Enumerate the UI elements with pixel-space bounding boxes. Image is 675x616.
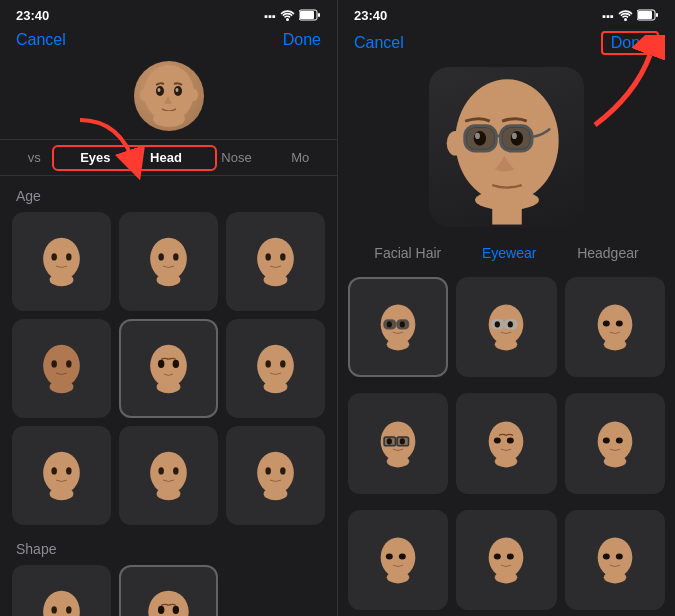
svg-point-27 xyxy=(66,360,72,367)
shape-cell-2[interactable] xyxy=(119,565,218,616)
done-button-1[interactable]: Done xyxy=(283,31,321,49)
wifi-icon-2 xyxy=(618,9,633,23)
avatar-image-1 xyxy=(134,61,204,131)
avatar-preview-1 xyxy=(0,57,337,139)
svg-point-20 xyxy=(157,273,181,286)
svg-point-9 xyxy=(140,89,148,101)
face-cell-1[interactable] xyxy=(12,212,111,311)
eyewear-cell-6[interactable] xyxy=(565,393,665,493)
face-cell-5[interactable] xyxy=(119,319,218,418)
face-cell-4[interactable] xyxy=(12,319,111,418)
svg-point-89 xyxy=(495,338,518,350)
svg-point-14 xyxy=(51,253,57,260)
face-cell-6[interactable] xyxy=(226,319,325,418)
svg-point-111 xyxy=(386,553,393,559)
tab-head[interactable]: Head xyxy=(142,146,190,169)
svg-point-57 xyxy=(624,18,627,21)
shape-grid xyxy=(12,565,325,616)
svg-point-18 xyxy=(158,253,164,260)
svg-point-23 xyxy=(280,253,286,260)
svg-point-93 xyxy=(604,338,627,350)
eyewear-cell-7[interactable] xyxy=(348,510,448,610)
time-2: 23:40 xyxy=(354,8,387,23)
svg-point-73 xyxy=(475,190,539,210)
tab-bar-1[interactable]: vs Eyes Head Nose Mo xyxy=(0,139,337,176)
svg-point-88 xyxy=(508,322,513,328)
face-cell-8[interactable] xyxy=(119,426,218,525)
tab-headgear[interactable]: Headgear xyxy=(573,243,643,263)
cancel-button-1[interactable]: Cancel xyxy=(16,31,66,49)
svg-point-31 xyxy=(173,360,179,368)
svg-point-48 xyxy=(264,487,288,500)
tab-nose[interactable]: Nose xyxy=(213,146,259,169)
svg-point-101 xyxy=(387,455,410,467)
face-cell-7[interactable] xyxy=(12,426,111,525)
face-cell-3[interactable] xyxy=(226,212,325,311)
done-button-2[interactable]: Done xyxy=(601,31,659,55)
svg-point-19 xyxy=(173,253,179,260)
section-age-label: Age xyxy=(16,188,325,204)
svg-point-63 xyxy=(446,131,463,156)
eyewear-cell-9[interactable] xyxy=(565,510,665,610)
svg-point-104 xyxy=(507,437,514,443)
eyewear-row-1 xyxy=(348,277,665,377)
battery-icon-2 xyxy=(637,9,659,23)
tab-eyewear[interactable]: Eyewear xyxy=(478,243,540,263)
cancel-button-2[interactable]: Cancel xyxy=(354,34,404,52)
eyewear-cell-8[interactable] xyxy=(456,510,556,610)
svg-point-24 xyxy=(264,273,288,286)
svg-rect-59 xyxy=(638,11,652,19)
svg-point-0 xyxy=(286,18,289,21)
eyewear-cell-1[interactable] xyxy=(348,277,448,377)
svg-point-116 xyxy=(507,553,514,559)
svg-point-92 xyxy=(616,321,623,327)
eyewear-cell-4[interactable] xyxy=(348,393,448,493)
signal-icon-2: ▪▪▪ xyxy=(602,10,614,22)
svg-point-8 xyxy=(175,88,178,92)
svg-point-53 xyxy=(148,591,188,616)
avatar-preview-2 xyxy=(338,63,675,239)
eyewear-row-2 xyxy=(348,393,665,493)
svg-point-69 xyxy=(510,131,522,146)
tab-mo[interactable]: Mo xyxy=(283,146,317,169)
svg-point-42 xyxy=(158,467,164,474)
svg-point-55 xyxy=(173,606,179,614)
scroll-area-1[interactable]: Age xyxy=(0,176,337,616)
svg-point-79 xyxy=(387,322,392,328)
eyewear-grid-area[interactable] xyxy=(338,273,675,616)
eyewear-row-3 xyxy=(348,510,665,610)
svg-point-117 xyxy=(495,571,518,583)
svg-point-105 xyxy=(495,455,518,467)
time-1: 23:40 xyxy=(16,8,49,23)
svg-point-11 xyxy=(153,111,185,127)
eyewear-tabs[interactable]: Facial Hair Eyewear Headgear xyxy=(338,239,675,273)
wifi-icon xyxy=(280,9,295,23)
shape-cell-1[interactable] xyxy=(12,565,111,616)
tab-vs[interactable]: vs xyxy=(20,146,49,169)
status-icons-1: ▪▪▪ xyxy=(264,9,321,23)
svg-point-50 xyxy=(51,606,57,613)
eyewear-cell-5[interactable] xyxy=(456,393,556,493)
svg-point-80 xyxy=(400,322,405,328)
signal-icon: ▪▪▪ xyxy=(264,10,276,22)
status-bar-2: 23:40 ▪▪▪ xyxy=(338,0,675,27)
svg-rect-60 xyxy=(656,13,658,17)
svg-point-103 xyxy=(494,437,501,443)
tab-facial-hair[interactable]: Facial Hair xyxy=(370,243,445,263)
battery-icon xyxy=(299,9,321,23)
section-shape-label: Shape xyxy=(16,541,325,557)
svg-point-26 xyxy=(51,360,57,367)
eyewear-cell-3[interactable] xyxy=(565,277,665,377)
svg-point-107 xyxy=(603,437,610,443)
svg-point-68 xyxy=(473,131,485,146)
svg-point-34 xyxy=(265,360,271,367)
face-cell-9[interactable] xyxy=(226,426,325,525)
face-cell-2[interactable] xyxy=(119,212,218,311)
avatar-container-2 xyxy=(429,67,584,227)
svg-point-100 xyxy=(400,438,405,444)
tab-eyes[interactable]: Eyes xyxy=(72,146,118,169)
nav-bar-2: Cancel Done xyxy=(338,27,675,63)
svg-point-51 xyxy=(66,606,72,613)
eyewear-cell-2[interactable] xyxy=(456,277,556,377)
svg-point-121 xyxy=(604,571,627,583)
